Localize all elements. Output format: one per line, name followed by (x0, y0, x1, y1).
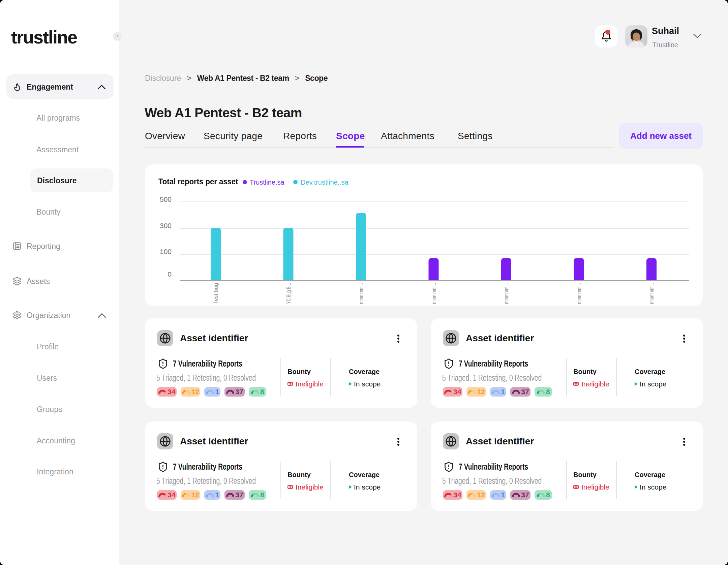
svg-text:YC Bug B...: YC Bug B... (285, 283, 292, 304)
svg-text:mmmmm...: mmmmm... (576, 283, 582, 304)
svg-text:100: 100 (160, 248, 172, 255)
svg-text:mmmmm...: mmmmm... (648, 283, 655, 304)
svg-text:0: 0 (168, 270, 172, 278)
svg-text:mmmmm...: mmmmm... (358, 283, 364, 304)
svg-text:500: 500 (160, 195, 172, 203)
svg-text:300: 300 (160, 222, 172, 229)
svg-text:mmmmm...: mmmmm... (431, 283, 437, 304)
svg-text:mmmmm...: mmmmm... (503, 283, 510, 304)
svg-text:Test bug: Test bug (213, 283, 219, 304)
